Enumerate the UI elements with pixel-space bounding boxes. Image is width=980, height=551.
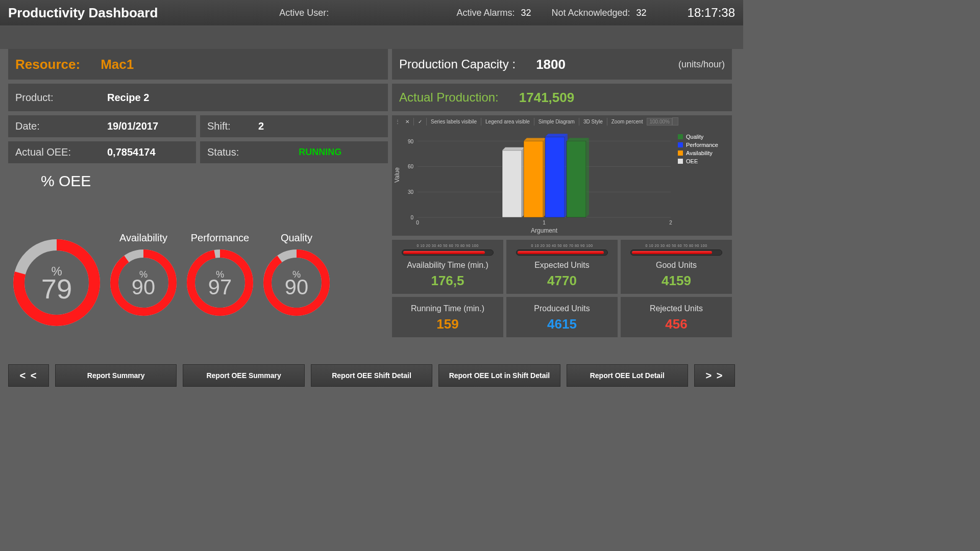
svg-text:90: 90 <box>408 139 414 144</box>
metric-label: Rejected Units <box>650 304 703 313</box>
clock: 18:17:38 <box>688 6 735 20</box>
legend-item: OEE <box>678 158 725 164</box>
svg-text:97: 97 <box>208 275 232 299</box>
chart-legend: Quality Performance Availability OEE <box>676 128 727 236</box>
prev-button[interactable]: < < <box>8 364 49 387</box>
active-user: Active User: <box>279 8 335 18</box>
metric-label: Running Time (min.) <box>411 304 484 313</box>
metric-card: 0 10 20 30 40 50 60 70 80 90 100 Expecte… <box>506 240 618 294</box>
zoom-value[interactable]: 100.00% <box>647 118 672 126</box>
product-value: Recipe 2 <box>107 92 149 104</box>
legend-item: Quality <box>678 134 725 140</box>
metric-value: 176,5 <box>431 273 464 289</box>
gauge-availability: Availability % 90 <box>110 232 177 316</box>
oee-label: Actual OEE: <box>15 146 87 158</box>
metric-bar <box>630 249 722 256</box>
metric-bar <box>516 249 608 256</box>
svg-marker-31 <box>524 138 546 141</box>
metric-card: Rejected Units 456 <box>621 297 732 337</box>
report-button[interactable]: Report OEE Lot Detail <box>567 364 688 387</box>
resource-panel: Resource: Mac1 <box>8 49 388 80</box>
gauge-donut: % 90 <box>263 249 330 316</box>
gauge-label: Performance <box>191 232 250 245</box>
page-title: Productivity Dashboard <box>8 5 158 21</box>
chart-close-button[interactable]: ✕ <box>401 118 414 126</box>
svg-rect-33 <box>545 137 565 217</box>
svg-text:0: 0 <box>416 220 419 226</box>
date-value: 19/01/2017 <box>107 120 158 132</box>
gauge-donut: % 90 <box>110 249 177 316</box>
shift-label: Shift: <box>207 120 238 132</box>
gauge-label: Availability <box>119 232 167 245</box>
svg-rect-36 <box>567 141 586 217</box>
gauge-oee: % 79 <box>13 222 100 326</box>
metric-card: Produced Units 4615 <box>506 297 618 337</box>
capacity-value: 1800 <box>536 57 566 72</box>
legend-swatch <box>678 159 683 164</box>
svg-marker-37 <box>567 138 589 141</box>
chart-area: ⋮ ✕ ✓ Series labels visibile Legend area… <box>392 115 732 236</box>
gauge-donut: % 97 <box>187 249 253 316</box>
shift-value: 2 <box>258 120 264 132</box>
svg-text:Argument: Argument <box>531 227 558 234</box>
sub-bar <box>0 26 743 49</box>
svg-text:60: 60 <box>408 164 414 169</box>
oee-panel: Actual OEE: 0,7854174 <box>8 141 196 163</box>
svg-text:90: 90 <box>132 275 155 299</box>
product-panel: Product: Recipe 2 <box>8 84 388 111</box>
report-button[interactable]: Report OEE Shift Detail <box>311 364 432 387</box>
metrics-grid: 0 10 20 30 40 50 60 70 80 90 100 Availab… <box>392 240 732 337</box>
svg-marker-38 <box>586 138 589 217</box>
product-label: Product: <box>15 92 87 104</box>
legend-swatch <box>678 151 683 156</box>
gauge-label: Quality <box>281 232 312 245</box>
simple-diagram-toggle[interactable]: Simple Diagram <box>534 118 579 126</box>
svg-text:79: 79 <box>41 273 72 305</box>
next-button[interactable]: > > <box>694 364 735 387</box>
oee-value: 0,7854174 <box>107 146 156 158</box>
metric-label: Good Units <box>656 261 697 270</box>
capacity-panel: Production Capacity : 1800 (units/hour) <box>392 49 732 80</box>
date-label: Date: <box>15 120 87 132</box>
date-panel: Date: 19/01/2017 <box>8 115 196 137</box>
top-bar: Productivity Dashboard Active User: Acti… <box>0 0 743 26</box>
active-alarms: Active Alarms: 32 <box>456 8 531 18</box>
svg-text:30: 30 <box>408 189 414 195</box>
not-ack-label: Not Acknowledged: <box>551 8 630 18</box>
resource-label: Resource: <box>15 57 80 72</box>
legend-label: Performance <box>686 142 718 148</box>
capacity-label: Production Capacity : <box>399 57 516 71</box>
metric-bar <box>402 249 494 256</box>
actual-production-label: Actual Production: <box>399 90 499 105</box>
series-labels-toggle[interactable]: Series labels visibile <box>427 118 481 126</box>
report-button[interactable]: Report OEE Lot in Shift Detail <box>438 364 560 387</box>
report-button[interactable]: Report OEE Summary <box>183 364 304 387</box>
metric-card: 0 10 20 30 40 50 60 70 80 90 100 Availab… <box>392 240 503 294</box>
toolbar-grip-icon[interactable]: ⋮ <box>395 119 399 124</box>
metric-label: Availability Time (min.) <box>407 261 488 270</box>
metric-label: Expected Units <box>534 261 590 270</box>
legend-area-toggle[interactable]: Legend area visible <box>481 118 534 126</box>
gauges-row: % 79 Availability % 90 Performance % 97 … <box>8 190 388 358</box>
status-label: Status: <box>207 146 239 158</box>
svg-text:Value: Value <box>394 167 401 183</box>
shift-panel: Shift: 2 <box>200 115 388 137</box>
chart-toolbar: ⋮ ✕ ✓ Series labels visibile Legend area… <box>392 115 732 128</box>
gauge-donut: % 79 <box>13 239 100 326</box>
active-alarms-value: 32 <box>521 8 531 18</box>
zoom-label: Zoom percent <box>607 118 647 126</box>
legend-swatch <box>678 142 683 147</box>
svg-text:2: 2 <box>669 220 672 226</box>
3d-style-toggle[interactable]: 3D Style <box>579 118 607 126</box>
svg-marker-34 <box>545 134 568 137</box>
metric-card: Running Time (min.) 159 <box>392 297 503 337</box>
metric-scale: 0 10 20 30 40 50 60 70 80 90 100 <box>416 244 478 247</box>
metric-value: 159 <box>436 316 458 332</box>
footer: < < Report Summary Report OEE Summary Re… <box>0 358 743 393</box>
metric-card: 0 10 20 30 40 50 60 70 80 90 100 Good Un… <box>621 240 732 294</box>
zoom-spinner[interactable] <box>672 117 678 126</box>
svg-rect-30 <box>524 141 543 217</box>
chart-confirm-button[interactable]: ✓ <box>414 118 427 126</box>
active-alarms-label: Active Alarms: <box>456 8 514 18</box>
report-button[interactable]: Report Summary <box>55 364 177 387</box>
